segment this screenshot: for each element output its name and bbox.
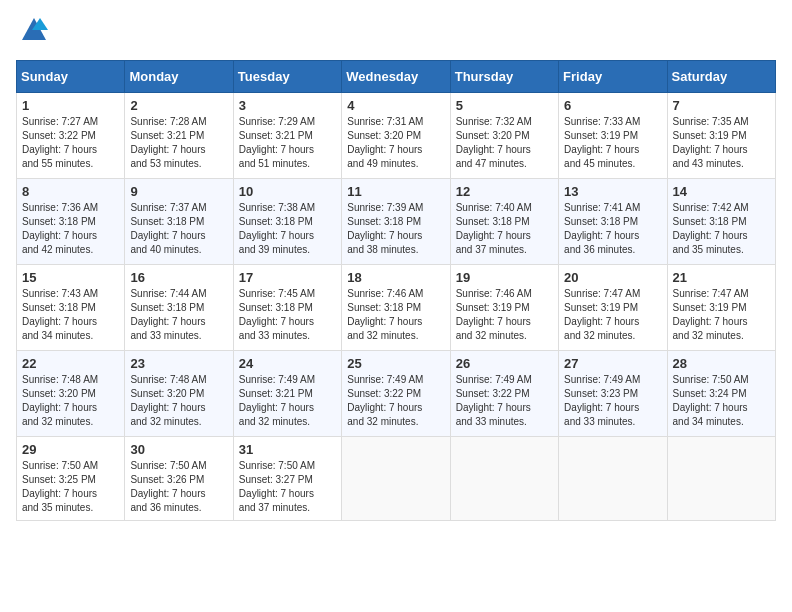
day-info: Sunrise: 7:33 AMSunset: 3:19 PMDaylight:… [564, 116, 640, 169]
calendar-day-cell: 20 Sunrise: 7:47 AMSunset: 3:19 PMDaylig… [559, 265, 667, 351]
day-number: 16 [130, 270, 227, 285]
day-number: 3 [239, 98, 336, 113]
day-info: Sunrise: 7:47 AMSunset: 3:19 PMDaylight:… [564, 288, 640, 341]
calendar-day-cell: 18 Sunrise: 7:46 AMSunset: 3:18 PMDaylig… [342, 265, 450, 351]
day-info: Sunrise: 7:40 AMSunset: 3:18 PMDaylight:… [456, 202, 532, 255]
day-number: 27 [564, 356, 661, 371]
day-info: Sunrise: 7:48 AMSunset: 3:20 PMDaylight:… [22, 374, 98, 427]
calendar-day-cell: 21 Sunrise: 7:47 AMSunset: 3:19 PMDaylig… [667, 265, 775, 351]
day-info: Sunrise: 7:49 AMSunset: 3:22 PMDaylight:… [456, 374, 532, 427]
calendar-week-row: 22 Sunrise: 7:48 AMSunset: 3:20 PMDaylig… [17, 351, 776, 437]
day-number: 6 [564, 98, 661, 113]
day-info: Sunrise: 7:42 AMSunset: 3:18 PMDaylight:… [673, 202, 749, 255]
day-number: 1 [22, 98, 119, 113]
page-header [16, 16, 776, 48]
day-number: 14 [673, 184, 770, 199]
day-info: Sunrise: 7:49 AMSunset: 3:22 PMDaylight:… [347, 374, 423, 427]
day-info: Sunrise: 7:31 AMSunset: 3:20 PMDaylight:… [347, 116, 423, 169]
day-number: 12 [456, 184, 553, 199]
day-info: Sunrise: 7:35 AMSunset: 3:19 PMDaylight:… [673, 116, 749, 169]
day-info: Sunrise: 7:39 AMSunset: 3:18 PMDaylight:… [347, 202, 423, 255]
calendar-week-row: 29 Sunrise: 7:50 AMSunset: 3:25 PMDaylig… [17, 437, 776, 521]
day-number: 19 [456, 270, 553, 285]
day-number: 10 [239, 184, 336, 199]
day-number: 21 [673, 270, 770, 285]
day-number: 31 [239, 442, 336, 457]
calendar-week-row: 8 Sunrise: 7:36 AMSunset: 3:18 PMDayligh… [17, 179, 776, 265]
day-info: Sunrise: 7:45 AMSunset: 3:18 PMDaylight:… [239, 288, 315, 341]
day-number: 22 [22, 356, 119, 371]
day-info: Sunrise: 7:49 AMSunset: 3:23 PMDaylight:… [564, 374, 640, 427]
day-number: 29 [22, 442, 119, 457]
day-info: Sunrise: 7:36 AMSunset: 3:18 PMDaylight:… [22, 202, 98, 255]
day-info: Sunrise: 7:29 AMSunset: 3:21 PMDaylight:… [239, 116, 315, 169]
calendar-day-cell: 26 Sunrise: 7:49 AMSunset: 3:22 PMDaylig… [450, 351, 558, 437]
day-header-sunday: Sunday [17, 61, 125, 93]
calendar-day-cell: 11 Sunrise: 7:39 AMSunset: 3:18 PMDaylig… [342, 179, 450, 265]
calendar-day-cell: 14 Sunrise: 7:42 AMSunset: 3:18 PMDaylig… [667, 179, 775, 265]
day-info: Sunrise: 7:46 AMSunset: 3:18 PMDaylight:… [347, 288, 423, 341]
day-number: 15 [22, 270, 119, 285]
day-number: 2 [130, 98, 227, 113]
calendar-header-row: SundayMondayTuesdayWednesdayThursdayFrid… [17, 61, 776, 93]
calendar-day-cell: 4 Sunrise: 7:31 AMSunset: 3:20 PMDayligh… [342, 93, 450, 179]
day-info: Sunrise: 7:41 AMSunset: 3:18 PMDaylight:… [564, 202, 640, 255]
calendar-day-cell: 6 Sunrise: 7:33 AMSunset: 3:19 PMDayligh… [559, 93, 667, 179]
day-number: 5 [456, 98, 553, 113]
calendar-day-cell: 28 Sunrise: 7:50 AMSunset: 3:24 PMDaylig… [667, 351, 775, 437]
day-header-wednesday: Wednesday [342, 61, 450, 93]
day-info: Sunrise: 7:47 AMSunset: 3:19 PMDaylight:… [673, 288, 749, 341]
calendar-day-cell: 9 Sunrise: 7:37 AMSunset: 3:18 PMDayligh… [125, 179, 233, 265]
calendar-day-cell: 16 Sunrise: 7:44 AMSunset: 3:18 PMDaylig… [125, 265, 233, 351]
logo [16, 16, 48, 48]
day-info: Sunrise: 7:44 AMSunset: 3:18 PMDaylight:… [130, 288, 206, 341]
day-number: 24 [239, 356, 336, 371]
day-info: Sunrise: 7:50 AMSunset: 3:26 PMDaylight:… [130, 460, 206, 513]
day-info: Sunrise: 7:28 AMSunset: 3:21 PMDaylight:… [130, 116, 206, 169]
calendar-day-cell: 7 Sunrise: 7:35 AMSunset: 3:19 PMDayligh… [667, 93, 775, 179]
day-info: Sunrise: 7:46 AMSunset: 3:19 PMDaylight:… [456, 288, 532, 341]
day-header-tuesday: Tuesday [233, 61, 341, 93]
day-info: Sunrise: 7:37 AMSunset: 3:18 PMDaylight:… [130, 202, 206, 255]
calendar-day-cell: 2 Sunrise: 7:28 AMSunset: 3:21 PMDayligh… [125, 93, 233, 179]
day-info: Sunrise: 7:27 AMSunset: 3:22 PMDaylight:… [22, 116, 98, 169]
calendar-day-cell: 13 Sunrise: 7:41 AMSunset: 3:18 PMDaylig… [559, 179, 667, 265]
day-number: 20 [564, 270, 661, 285]
calendar-day-cell: 15 Sunrise: 7:43 AMSunset: 3:18 PMDaylig… [17, 265, 125, 351]
calendar-day-cell [559, 437, 667, 521]
day-number: 26 [456, 356, 553, 371]
calendar-day-cell: 31 Sunrise: 7:50 AMSunset: 3:27 PMDaylig… [233, 437, 341, 521]
calendar-table: SundayMondayTuesdayWednesdayThursdayFrid… [16, 60, 776, 521]
calendar-day-cell: 22 Sunrise: 7:48 AMSunset: 3:20 PMDaylig… [17, 351, 125, 437]
day-number: 9 [130, 184, 227, 199]
day-number: 23 [130, 356, 227, 371]
logo-icon [20, 16, 48, 48]
calendar-day-cell: 8 Sunrise: 7:36 AMSunset: 3:18 PMDayligh… [17, 179, 125, 265]
day-number: 18 [347, 270, 444, 285]
calendar-day-cell: 24 Sunrise: 7:49 AMSunset: 3:21 PMDaylig… [233, 351, 341, 437]
calendar-day-cell: 19 Sunrise: 7:46 AMSunset: 3:19 PMDaylig… [450, 265, 558, 351]
day-info: Sunrise: 7:49 AMSunset: 3:21 PMDaylight:… [239, 374, 315, 427]
day-number: 11 [347, 184, 444, 199]
calendar-day-cell: 23 Sunrise: 7:48 AMSunset: 3:20 PMDaylig… [125, 351, 233, 437]
calendar-day-cell: 27 Sunrise: 7:49 AMSunset: 3:23 PMDaylig… [559, 351, 667, 437]
day-number: 25 [347, 356, 444, 371]
day-info: Sunrise: 7:48 AMSunset: 3:20 PMDaylight:… [130, 374, 206, 427]
calendar-day-cell: 30 Sunrise: 7:50 AMSunset: 3:26 PMDaylig… [125, 437, 233, 521]
calendar-day-cell: 10 Sunrise: 7:38 AMSunset: 3:18 PMDaylig… [233, 179, 341, 265]
day-header-friday: Friday [559, 61, 667, 93]
calendar-day-cell: 3 Sunrise: 7:29 AMSunset: 3:21 PMDayligh… [233, 93, 341, 179]
day-info: Sunrise: 7:50 AMSunset: 3:25 PMDaylight:… [22, 460, 98, 513]
day-info: Sunrise: 7:38 AMSunset: 3:18 PMDaylight:… [239, 202, 315, 255]
calendar-day-cell [667, 437, 775, 521]
day-info: Sunrise: 7:43 AMSunset: 3:18 PMDaylight:… [22, 288, 98, 341]
calendar-day-cell: 1 Sunrise: 7:27 AMSunset: 3:22 PMDayligh… [17, 93, 125, 179]
day-header-monday: Monday [125, 61, 233, 93]
calendar-day-cell: 12 Sunrise: 7:40 AMSunset: 3:18 PMDaylig… [450, 179, 558, 265]
day-number: 28 [673, 356, 770, 371]
day-number: 17 [239, 270, 336, 285]
calendar-day-cell: 25 Sunrise: 7:49 AMSunset: 3:22 PMDaylig… [342, 351, 450, 437]
calendar-day-cell [450, 437, 558, 521]
day-number: 4 [347, 98, 444, 113]
day-header-thursday: Thursday [450, 61, 558, 93]
